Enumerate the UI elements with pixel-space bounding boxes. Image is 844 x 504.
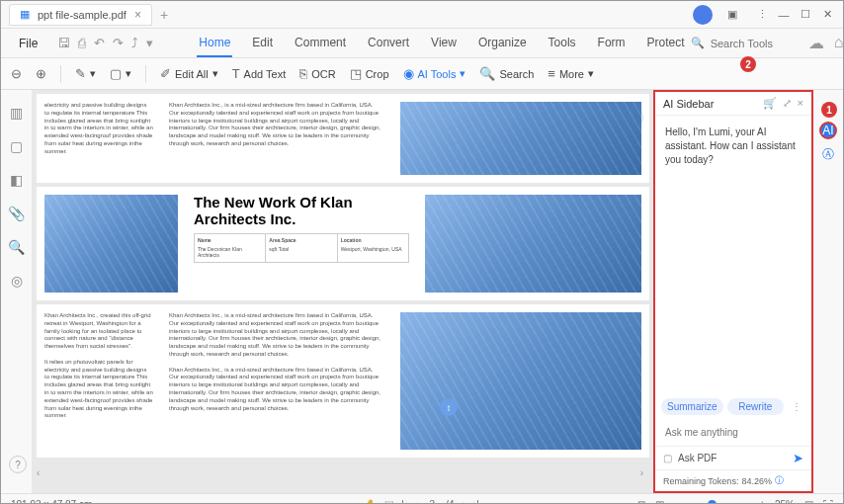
hand-tool-icon[interactable]: ✋: [365, 499, 377, 504]
print-icon[interactable]: ⎙: [78, 36, 86, 50]
fullscreen-icon[interactable]: ⛶: [823, 499, 833, 504]
add-text-button[interactable]: TAdd Text: [232, 66, 287, 81]
share-icon[interactable]: ⤴: [131, 36, 138, 50]
user-avatar[interactable]: [693, 5, 713, 25]
zoom-out-button[interactable]: ⊖: [11, 66, 22, 81]
close-sidebar-icon[interactable]: ×: [798, 97, 803, 110]
tab-filename: ppt file-sample.pdf: [38, 9, 127, 21]
building-image-right: [425, 195, 641, 293]
tab-convert[interactable]: Convert: [366, 30, 411, 57]
crop-button[interactable]: ◳Crop: [350, 66, 389, 81]
statusbar-right: ⊡ ◫ − + 25% ▣ ⛶: [637, 499, 833, 504]
search-panel-icon[interactable]: 🔍: [8, 239, 25, 255]
more-button[interactable]: ≡More▾: [548, 66, 594, 81]
scroll-right-icon[interactable]: ›: [640, 467, 643, 478]
zoom-in-button[interactable]: ⊕: [36, 66, 46, 81]
titlebar: ▦ ppt file-sample.pdf × + ▣ ⋮ — ☐ ✕: [1, 1, 843, 29]
help-icon[interactable]: ?: [9, 456, 27, 473]
quick-access-toolbar: 🖫 ⎙ ↶ ↷ ⤴ ▾: [57, 36, 153, 50]
first-page-icon[interactable]: |‹: [401, 499, 407, 504]
redo-icon[interactable]: ↷: [113, 36, 124, 50]
settings-icon[interactable]: ◎: [11, 273, 23, 289]
ai-tools-button[interactable]: ◉AI Tools▾: [403, 66, 466, 81]
pdf-icon: ▦: [20, 8, 30, 21]
more-actions-icon[interactable]: ⋮: [788, 401, 805, 412]
layers-icon[interactable]: ◧: [10, 172, 23, 188]
search-button[interactable]: 🔍Search: [479, 66, 534, 81]
callout-marker-2: 2: [740, 56, 756, 72]
ask-pdf-label: Ask PDF: [678, 453, 787, 463]
cloud-icon[interactable]: ☁: [808, 34, 824, 52]
tab-view[interactable]: View: [429, 30, 459, 57]
rewrite-chip[interactable]: Rewrite: [727, 398, 784, 415]
edit-all-button[interactable]: ✐Edit All▾: [160, 66, 218, 81]
tab-edit[interactable]: Edit: [250, 30, 275, 57]
shape-button[interactable]: ▢▾: [110, 66, 131, 81]
tokens-value: 84.26%: [741, 476, 772, 486]
content-area: ▥ ▢ ◧ 📎 🔍 ◎ 📋 electricity and passive bu…: [1, 90, 843, 493]
search-tools-input[interactable]: [711, 38, 790, 49]
translate-icon[interactable]: Ⓐ: [819, 145, 837, 163]
menubar: File 🖫 ⎙ ↶ ↷ ⤴ ▾ Home Edit Comment Conve…: [1, 29, 843, 58]
prev-page-icon[interactable]: ‹: [415, 499, 418, 504]
last-page-icon[interactable]: ›|: [473, 499, 479, 504]
minimize-button[interactable]: —: [774, 5, 794, 25]
document-tab[interactable]: ▦ ppt file-sample.pdf ×: [9, 4, 152, 26]
tab-comment[interactable]: Comment: [293, 30, 348, 57]
page-coordinates: 101.93 x 47.87 cm: [11, 499, 92, 504]
tab-protect[interactable]: Protect: [645, 30, 687, 57]
building-image-left: [44, 195, 178, 293]
info-table: NameThe Decxnican Klan Architects Area S…: [194, 233, 409, 263]
bookmarks-icon[interactable]: ▢: [10, 138, 23, 154]
info-icon[interactable]: ⓘ: [775, 474, 784, 487]
attachments-icon[interactable]: 📎: [8, 206, 25, 221]
maximize-button[interactable]: ☐: [796, 5, 815, 25]
new-tab-button[interactable]: +: [160, 7, 168, 23]
left-rail: ▥ ▢ ◧ 📎 🔍 ◎: [1, 90, 33, 493]
fit-page-icon[interactable]: ◫: [655, 499, 664, 504]
kebab-menu-icon[interactable]: ⋮: [752, 5, 772, 25]
zoom-in-status-icon[interactable]: +: [759, 499, 765, 504]
ai-prompt-input[interactable]: [661, 423, 805, 442]
zoom-out-status-icon[interactable]: −: [674, 499, 680, 504]
document-viewport[interactable]: 📋 electricity and passive building desig…: [33, 90, 653, 493]
text-middle-bottom: Khan Architects Inc., is a mid-sized arc…: [163, 312, 390, 450]
ocr-button[interactable]: ⎘OCR: [299, 66, 335, 81]
thumbnails-icon[interactable]: ▥: [10, 105, 23, 121]
undo-icon[interactable]: ↶: [94, 36, 105, 50]
ai-footer: Remaining Tokens: 84.26% ⓘ: [655, 469, 811, 491]
cart-icon[interactable]: 🛒: [763, 97, 777, 110]
tab-form[interactable]: Form: [596, 30, 628, 57]
dropdown-icon[interactable]: ▾: [146, 36, 153, 50]
attach-icon[interactable]: ▢: [663, 453, 672, 463]
next-page-icon[interactable]: ›: [462, 499, 464, 504]
summarize-chip[interactable]: Summarize: [661, 398, 723, 415]
expand-icon[interactable]: ⤢: [783, 97, 792, 110]
ai-toggle-button[interactable]: AI: [819, 122, 837, 139]
zoom-level[interactable]: 25%: [775, 499, 795, 504]
tab-organize[interactable]: Organize: [476, 30, 529, 57]
gift-icon[interactable]: ▣: [722, 5, 742, 25]
send-icon[interactable]: ➤: [793, 451, 803, 465]
scroll-indicator-icon[interactable]: ↕: [440, 398, 458, 416]
scroll-left-icon[interactable]: ‹: [37, 467, 40, 478]
close-window-button[interactable]: ✕: [817, 5, 837, 25]
window-controls: ▣ ⋮ — ☐ ✕: [693, 5, 843, 25]
search-tools[interactable]: 🔍: [691, 37, 790, 49]
tab-home[interactable]: Home: [197, 30, 232, 57]
ai-sidebar: AI Sidebar 🛒 ⤢ × Hello, I'm Lumi, your A…: [653, 90, 813, 493]
main-content-column: The New Work Of Klan Architects Inc. Nam…: [188, 195, 415, 293]
select-tool-icon[interactable]: ⬚: [384, 499, 393, 504]
building-image-bottom: [400, 312, 641, 450]
page-title: The New Work Of Klan Architects Inc.: [194, 195, 409, 227]
fit-width-icon[interactable]: ⊡: [637, 499, 645, 504]
home-icon[interactable]: ⌂: [834, 34, 844, 52]
tab-tools[interactable]: Tools: [547, 30, 578, 57]
close-tab-icon[interactable]: ×: [134, 8, 141, 22]
save-icon[interactable]: 🖫: [57, 36, 70, 50]
page-bottom: Khan Architects Inc., created this off-g…: [37, 304, 649, 458]
page-number[interactable]: 3: [427, 499, 439, 505]
file-menu[interactable]: File: [11, 33, 45, 54]
highlight-button[interactable]: ✎▾: [75, 66, 96, 81]
read-mode-icon[interactable]: ▣: [804, 499, 813, 504]
